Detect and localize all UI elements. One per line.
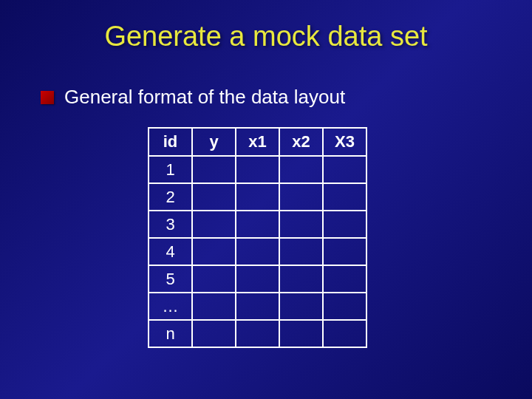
table-cell xyxy=(279,183,323,211)
table-cell xyxy=(236,211,279,238)
table-cell xyxy=(279,238,323,265)
table-cell xyxy=(279,211,323,238)
table-cell xyxy=(192,293,236,320)
table-header-row: id y x1 x2 X3 xyxy=(149,128,366,156)
table-cell xyxy=(236,265,279,293)
slide-title: Generate a mock data set xyxy=(0,0,532,52)
table-row: 4 xyxy=(149,238,366,265)
table-cell xyxy=(192,211,236,238)
table-cell xyxy=(192,156,236,183)
subtitle-text: General format of the data layout xyxy=(64,86,345,109)
table-cell xyxy=(279,320,323,347)
table-cell xyxy=(236,293,279,320)
table-cell xyxy=(236,183,279,211)
data-table-container: id y x1 x2 X3 1 2 3 xyxy=(148,127,532,348)
table-cell xyxy=(236,320,279,347)
table-row: 1 xyxy=(149,156,366,183)
table-cell xyxy=(323,238,366,265)
bullet-icon xyxy=(41,91,54,104)
table-cell: n xyxy=(149,320,192,347)
table-row: 5 xyxy=(149,265,366,293)
table-cell: 2 xyxy=(149,183,192,211)
table-cell: 4 xyxy=(149,238,192,265)
table-cell xyxy=(323,320,366,347)
table-row: 3 xyxy=(149,211,366,238)
table-cell xyxy=(192,183,236,211)
table-cell: 1 xyxy=(149,156,192,183)
table-cell xyxy=(279,156,323,183)
table-cell xyxy=(192,265,236,293)
table-cell xyxy=(323,211,366,238)
table-cell xyxy=(323,156,366,183)
table-cell xyxy=(323,183,366,211)
table-cell xyxy=(323,293,366,320)
table-row: n xyxy=(149,320,366,347)
table-cell xyxy=(323,265,366,293)
table-cell xyxy=(279,293,323,320)
data-layout-table: id y x1 x2 X3 1 2 3 xyxy=(148,127,367,348)
bullet-point: General format of the data layout xyxy=(41,86,532,109)
table-cell xyxy=(192,320,236,347)
table-cell xyxy=(192,238,236,265)
table-cell: 3 xyxy=(149,211,192,238)
header-cell: id xyxy=(149,128,192,156)
header-cell: X3 xyxy=(323,128,366,156)
header-cell: y xyxy=(192,128,236,156)
table-row: 2 xyxy=(149,183,366,211)
table-cell xyxy=(236,238,279,265)
table-row: … xyxy=(149,293,366,320)
table-cell xyxy=(236,156,279,183)
header-cell: x2 xyxy=(279,128,323,156)
table-cell: … xyxy=(149,293,192,320)
header-cell: x1 xyxy=(236,128,279,156)
table-cell: 5 xyxy=(149,265,192,293)
table-cell xyxy=(279,265,323,293)
